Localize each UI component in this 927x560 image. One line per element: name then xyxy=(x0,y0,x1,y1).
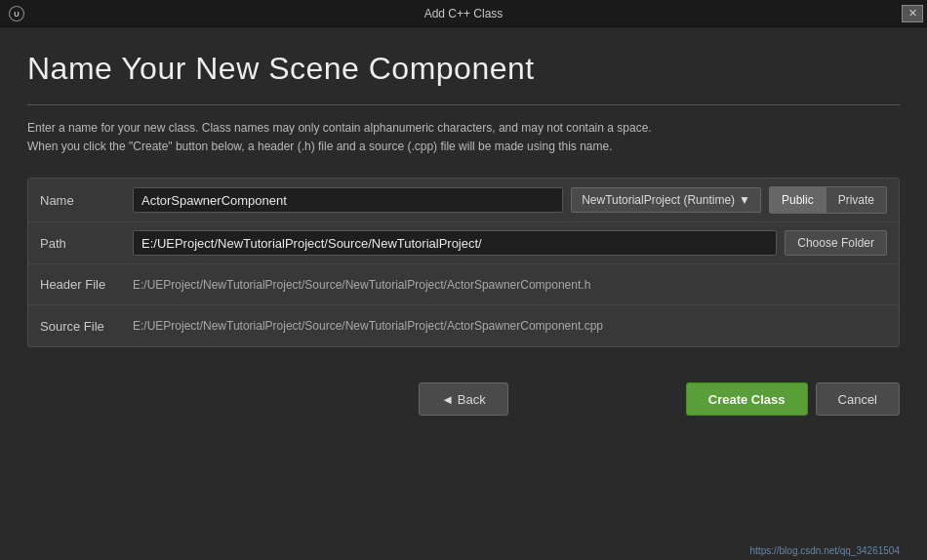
source-file-path: E:/UEProject/NewTutorialProject/Source/N… xyxy=(133,319,603,333)
title-bar: U Add C++ Class ✕ xyxy=(0,0,927,27)
source-file-field: E:/UEProject/NewTutorialProject/Source/N… xyxy=(133,319,887,333)
main-content: Name Your New Scene Component Enter a na… xyxy=(0,27,927,363)
title-bar-text: Add C++ Class xyxy=(424,7,504,20)
create-class-button[interactable]: Create Class xyxy=(686,382,808,416)
page-title: Name Your New Scene Component xyxy=(27,51,900,87)
description-line1: Enter a name for your new class. Class n… xyxy=(27,121,652,135)
path-row: Path Choose Folder xyxy=(28,222,899,264)
source-file-label: Source File xyxy=(40,319,133,334)
source-file-row: Source File E:/UEProject/NewTutorialProj… xyxy=(28,305,899,346)
header-file-row: Header File E:/UEProject/NewTutorialProj… xyxy=(28,264,899,305)
ue-logo-icon: U xyxy=(8,5,25,22)
divider xyxy=(27,104,900,105)
chevron-down-icon: ▼ xyxy=(739,193,750,207)
module-dropdown-label: NewTutorialProject (Runtime) xyxy=(582,193,735,207)
svg-text:U: U xyxy=(14,10,19,19)
watermark: https://blog.csdn.net/qq_34261504 xyxy=(750,545,900,556)
cancel-button[interactable]: Cancel xyxy=(816,382,900,416)
module-dropdown[interactable]: NewTutorialProject (Runtime) ▼ xyxy=(571,187,761,213)
path-field: Choose Folder xyxy=(133,230,887,256)
description-line2: When you click the "Create" button below… xyxy=(27,140,613,153)
close-button[interactable]: ✕ xyxy=(902,5,923,22)
back-button[interactable]: ◄ Back xyxy=(419,382,507,416)
choose-folder-button[interactable]: Choose Folder xyxy=(785,230,887,256)
footer-right: Create Class Cancel xyxy=(686,382,900,416)
header-file-field: E:/UEProject/NewTutorialProject/Source/N… xyxy=(133,278,887,292)
name-row: Name NewTutorialProject (Runtime) ▼ Publ… xyxy=(28,179,899,222)
header-file-label: Header File xyxy=(40,277,133,292)
access-group: Public Private xyxy=(769,186,887,214)
path-input[interactable] xyxy=(133,230,777,256)
name-input[interactable] xyxy=(133,187,563,213)
name-field: NewTutorialProject (Runtime) ▼ Public Pr… xyxy=(133,186,887,214)
name-label: Name xyxy=(40,193,133,208)
private-button[interactable]: Private xyxy=(826,187,886,213)
header-file-path: E:/UEProject/NewTutorialProject/Source/N… xyxy=(133,278,590,292)
description: Enter a name for your new class. Class n… xyxy=(27,119,900,156)
path-label: Path xyxy=(40,236,133,251)
public-button[interactable]: Public xyxy=(770,187,826,213)
footer: ◄ Back Create Class Cancel xyxy=(0,363,927,429)
form-section: Name NewTutorialProject (Runtime) ▼ Publ… xyxy=(27,178,900,347)
